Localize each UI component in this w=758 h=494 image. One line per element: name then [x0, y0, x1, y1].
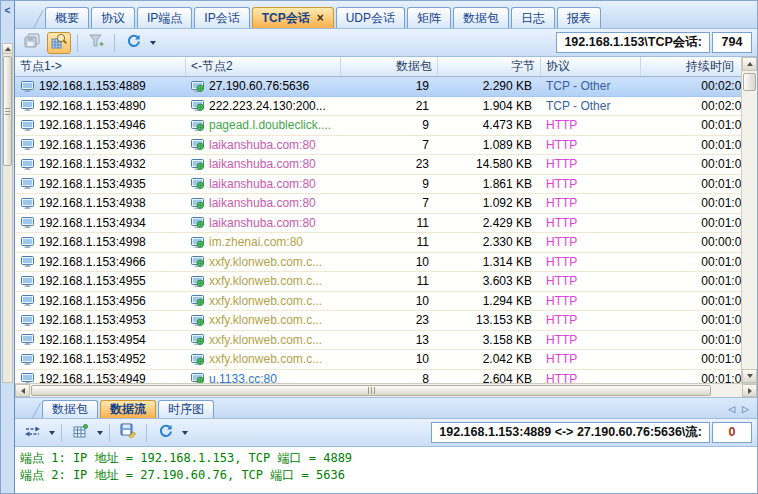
save-stream-button[interactable] [116, 422, 140, 444]
packets-cell: 11 [341, 274, 438, 288]
toolbar-separator [114, 34, 115, 52]
session-row[interactable]: 192.168.1.153:488927.190.60.76:5636192.2… [15, 77, 757, 97]
refresh-icon [126, 33, 141, 52]
save-button[interactable] [20, 32, 44, 54]
tab-IP会话[interactable]: IP会话 [194, 7, 249, 28]
close-tab-icon[interactable]: × [317, 11, 324, 25]
tab-日志[interactable]: 日志 [511, 7, 555, 28]
horizontal-scrollbar-thumb[interactable] [31, 385, 711, 396]
session-row[interactable]: 192.168.1.153:4932laikanshuba.com:802314… [15, 155, 757, 175]
refresh-button[interactable] [121, 32, 145, 54]
node1-cell: 192.168.1.153:4949 [15, 372, 186, 383]
column-header-duration[interactable]: 持续时间 [641, 57, 757, 76]
scroll-up-icon[interactable] [3, 44, 12, 54]
host-icon [21, 139, 34, 150]
tab-数据包[interactable]: 数据包 [453, 7, 509, 28]
session-row[interactable]: 192.168.1.153:4966xxfy.klonweb.com.c...1… [15, 253, 757, 273]
node1-cell: 192.168.1.153:4954 [15, 333, 186, 347]
left-scrollbar-thumb[interactable] [3, 56, 12, 166]
scroll-left-icon[interactable] [15, 384, 30, 397]
node1-address: 192.168.1.153:4998 [39, 235, 146, 249]
node1-cell: 192.168.1.153:4935 [15, 177, 186, 191]
session-filter-label: 192.168.1.153\TCP会话: [556, 32, 710, 53]
tab-scroll-right-icon[interactable]: ▷ [742, 402, 749, 416]
host-icon [21, 373, 34, 383]
session-count-field[interactable]: 794 [712, 32, 752, 53]
session-row[interactable]: 192.168.1.153:4934laikanshuba.com:80112.… [15, 214, 757, 234]
column-header-node2[interactable]: <-节点2 [186, 57, 341, 76]
node2-cell: laikanshuba.com:80 [186, 177, 341, 191]
session-row[interactable]: 192.168.1.153:4953xxfy.klonweb.com.c...2… [15, 311, 757, 331]
session-row[interactable]: 192.168.1.153:4938laikanshuba.com:8071.0… [15, 194, 757, 214]
scroll-down-icon[interactable] [742, 369, 757, 383]
tab-TCP会话[interactable]: TCP会话× [252, 7, 334, 28]
vertical-scrollbar-thumb[interactable] [743, 73, 756, 91]
tab-时序图[interactable]: 时序图 [158, 400, 214, 418]
session-row[interactable]: 192.168.1.153:4946pagead.l.doubleclick..… [15, 116, 757, 136]
column-header-bytes[interactable]: 字节 [438, 57, 541, 76]
node1-address: 192.168.1.153:4936 [39, 138, 146, 152]
packets-cell: 9 [341, 177, 438, 191]
protocol-cell: HTTP [541, 235, 641, 249]
tab-IP端点[interactable]: IP端点 [137, 7, 192, 28]
tab-UDP会话[interactable]: UDP会话 [336, 7, 405, 28]
session-row[interactable]: 192.168.1.153:4954xxfy.klonweb.com.c...1… [15, 331, 757, 351]
table-vertical-scrollbar[interactable] [741, 57, 757, 383]
host-icon [21, 81, 34, 92]
tab-协议[interactable]: 协议 [91, 7, 135, 28]
stream-count-field[interactable]: 0 [712, 422, 752, 443]
toolbar-separator [109, 424, 110, 442]
node1-address: 192.168.1.153:4934 [39, 216, 146, 230]
left-panel-scrollbar[interactable] [2, 43, 13, 383]
tab-数据包[interactable]: 数据包 [42, 400, 98, 418]
node1-cell: 192.168.1.153:4934 [15, 216, 186, 230]
tab-概要[interactable]: 概要 [45, 7, 89, 28]
stream-console[interactable]: 端点 1: IP 地址 = 192.168.1.153, TCP 端口 = 48… [15, 447, 757, 493]
tab-矩阵[interactable]: 矩阵 [407, 7, 451, 28]
session-row[interactable]: 192.168.1.153:4949u.1133.cc:8082.604 KBH… [15, 370, 757, 384]
duration-cell: 00:01:02 [641, 333, 757, 347]
tab-label: IP端点 [147, 11, 182, 25]
session-row[interactable]: 192.168.1.153:4956xxfy.klonweb.com.c...1… [15, 292, 757, 312]
collapse-left-panel-button[interactable]: < [2, 4, 13, 18]
flow-direction-button[interactable] [20, 422, 44, 444]
host-icon [21, 198, 34, 209]
internet-host-icon [191, 315, 204, 326]
scroll-right-icon[interactable] [742, 384, 757, 397]
flow-direction-dropdown-caret-icon[interactable] [49, 431, 55, 435]
session-row[interactable]: 192.168.1.153:4998im.zhenai.com:80112.33… [15, 233, 757, 253]
column-header-packets[interactable]: 数据包 [341, 57, 438, 76]
session-row[interactable]: 192.168.1.153:4955xxfy.klonweb.com.c...1… [15, 272, 757, 292]
session-row[interactable]: 192.168.1.153:4952xxfy.klonweb.com.c...1… [15, 350, 757, 370]
stream-filter: 192.168.1.153:4889 <-> 27.190.60.76:5636… [431, 422, 752, 443]
node2-cell: xxfy.klonweb.com.c... [186, 294, 341, 308]
column-header-protocol[interactable]: 协议 [541, 57, 641, 76]
refresh-stream-button[interactable] [153, 422, 177, 444]
view-options-dropdown-caret-icon[interactable] [97, 431, 103, 435]
packets-cell: 11 [341, 216, 438, 230]
scroll-up-icon[interactable] [742, 57, 757, 71]
column-header-node1[interactable]: 节点1-> [15, 57, 186, 76]
tab-label: TCP会话 [262, 11, 310, 25]
filter-button[interactable] [84, 32, 108, 54]
duration-cell: 00:02:05 [641, 99, 757, 113]
tab-label: 报表 [567, 11, 591, 25]
bytes-cell: 1.294 KB [438, 294, 541, 308]
table-horizontal-scrollbar[interactable] [15, 383, 757, 397]
tab-scroll-left-icon[interactable]: ◁ [728, 402, 735, 416]
session-toolbar: 192.168.1.153\TCP会话: 794 [15, 28, 757, 57]
refresh-dropdown-caret-icon[interactable] [182, 431, 188, 435]
tabbar-slant-decoration [20, 10, 44, 28]
tab-数据流[interactable]: 数据流 [100, 400, 156, 418]
host-icon [21, 120, 34, 131]
session-row[interactable]: 192.168.1.153:4890222.223.24.130:200...2… [15, 97, 757, 117]
locate-node-button[interactable] [47, 32, 71, 54]
refresh-dropdown-caret-icon[interactable] [150, 41, 156, 45]
view-options-button[interactable] [68, 422, 92, 444]
bytes-cell: 1.089 KB [438, 138, 541, 152]
packets-cell: 8 [341, 372, 438, 383]
tab-报表[interactable]: 报表 [557, 7, 601, 28]
internet-host-icon [191, 256, 204, 267]
session-row[interactable]: 192.168.1.153:4936laikanshuba.com:8071.0… [15, 136, 757, 156]
session-row[interactable]: 192.168.1.153:4935laikanshuba.com:8091.8… [15, 175, 757, 195]
